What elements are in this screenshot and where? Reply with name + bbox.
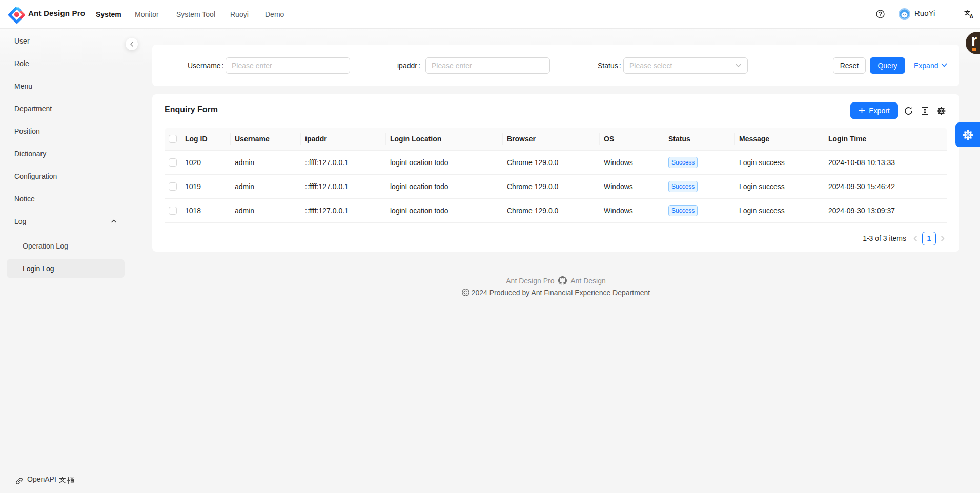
svg-text:A: A — [970, 13, 974, 19]
